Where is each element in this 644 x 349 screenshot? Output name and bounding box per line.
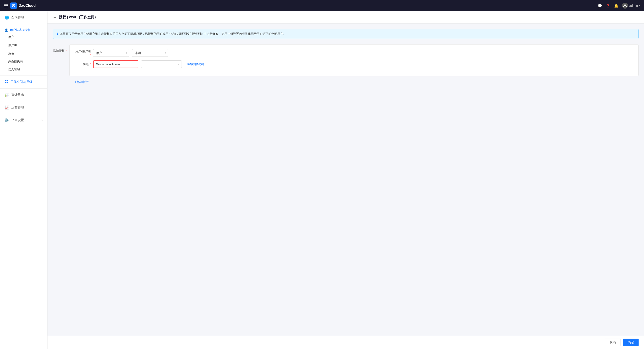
main-content: ← 授权 | ws01 (工作空间) ℹ 本界面仅用于给用户或用户组在未授权过的… xyxy=(48,11,644,349)
sidebar-divider-4 xyxy=(0,101,47,101)
user-access-icon: 👤 xyxy=(4,28,8,32)
sidebar-item-ops-management[interactable]: 📈 运营管理 xyxy=(0,103,47,112)
logo-icon xyxy=(10,2,17,9)
user-groups-label: 用户组 xyxy=(8,43,17,47)
sidebar-group-user-access[interactable]: 👤 用户与访问控制 ▾ xyxy=(0,26,47,33)
confirm-button[interactable]: 确定 xyxy=(623,339,638,346)
form-area: 添加授权 * 用户/用户组 * 用户 xyxy=(53,44,638,76)
ops-icon: 📈 xyxy=(4,105,9,110)
users-label: 用户 xyxy=(8,35,14,39)
identity-providers-label: 身份提供商 xyxy=(8,60,23,63)
hamburger-menu-button[interactable] xyxy=(4,4,8,7)
user-type-select-wrapper[interactable]: 用户 ▾ xyxy=(93,49,129,57)
sidebar-divider xyxy=(0,24,47,24)
info-banner: ℹ 本界面仅用于给用户或用户组在未授权过的工作空间下新增权限，已授权的用户或用户… xyxy=(53,29,638,39)
user-access-chevron: ▾ xyxy=(42,29,43,32)
sidebar-item-global-admin[interactable]: 🌐 全局管理 xyxy=(0,13,47,22)
sidebar-item-roles[interactable]: 角色 xyxy=(0,49,47,57)
sidebar-divider-3 xyxy=(0,88,47,89)
authorization-card: 用户/用户组 * 用户 ▾ xyxy=(70,44,638,76)
page-title: 授权 | ws01 (工作空间) xyxy=(59,15,96,20)
user-name: admin xyxy=(629,4,638,7)
user-menu[interactable]: admin ▾ xyxy=(622,3,640,8)
cancel-button[interactable]: 取消 xyxy=(605,339,620,346)
role-second-select[interactable] xyxy=(141,60,182,68)
user-name-select-wrapper[interactable]: 小明 ▾ xyxy=(132,49,168,57)
help-icon[interactable]: ❓ xyxy=(606,3,610,8)
svg-point-3 xyxy=(624,4,626,6)
sidebar: 🌐 全局管理 👤 用户与访问控制 ▾ 用户 用户组 角色 身份提供商 接入管理 xyxy=(0,11,48,349)
ops-management-label: 运营管理 xyxy=(11,106,24,110)
user-group-form-label: 用户/用户组 * xyxy=(75,49,93,57)
sidebar-label-global-admin: 全局管理 xyxy=(11,15,24,20)
user-group-row: 用户/用户组 * 用户 ▾ xyxy=(75,49,633,57)
svg-rect-5 xyxy=(6,80,8,81)
role-row: 角色 * Workspace Admin ▾ xyxy=(75,60,633,68)
platform-settings-chevron: ▾ xyxy=(42,119,43,122)
roles-label: 角色 xyxy=(8,51,14,55)
role-input-highlighted[interactable]: Workspace Admin xyxy=(93,60,138,68)
user-group-fields: 用户 ▾ 小明 ▾ xyxy=(93,49,168,57)
info-icon: ℹ xyxy=(57,32,58,36)
logo-text: DaoCloud xyxy=(18,3,36,8)
sidebar-item-workspace-hierarchy[interactable]: 工作空间与层级 xyxy=(0,77,47,87)
svg-point-2 xyxy=(13,5,14,6)
logo: DaoCloud xyxy=(10,2,36,9)
sidebar-item-platform-settings[interactable]: ⚙️ 平台设置 ▾ xyxy=(0,116,47,125)
page-footer: 取消 确定 xyxy=(48,336,644,349)
svg-rect-6 xyxy=(5,82,6,83)
add-auth-label-outer: 添加授权 * xyxy=(53,44,67,53)
svg-rect-4 xyxy=(5,80,6,81)
sidebar-item-user-groups[interactable]: 用户组 xyxy=(0,41,47,49)
role-fields: Workspace Admin ▾ 查看权限说明 xyxy=(93,60,204,68)
workspace-hierarchy-label: 工作空间与层级 xyxy=(10,80,32,84)
avatar xyxy=(622,3,628,8)
sidebar-divider-2 xyxy=(0,75,47,76)
sidebar-item-users[interactable]: 用户 xyxy=(0,33,47,41)
notification-icon[interactable]: 🔔 xyxy=(614,3,618,8)
role-value: Workspace Admin xyxy=(96,63,120,66)
svg-rect-7 xyxy=(6,82,8,83)
add-auth-btn-area: + 添加授权 xyxy=(74,79,638,84)
chat-icon[interactable]: 💬 xyxy=(598,3,602,8)
role-form-label: 角色 * xyxy=(75,62,93,66)
user-type-select[interactable]: 用户 xyxy=(93,49,129,57)
sidebar-divider-5 xyxy=(0,114,47,114)
audit-log-label: 审计日志 xyxy=(11,93,24,97)
add-auth-text: 添加授权 xyxy=(53,49,65,52)
role-second-select-wrapper[interactable]: ▾ xyxy=(141,60,182,68)
required-mark: * xyxy=(66,49,67,52)
workspace-icon xyxy=(4,80,8,84)
sidebar-label-user-access: 用户与访问控制 xyxy=(10,28,30,32)
page-header: ← 授权 | ws01 (工作空间) xyxy=(48,11,644,23)
add-auth-button[interactable]: + 添加授权 xyxy=(74,80,89,84)
top-navigation: DaoCloud 💬 ❓ 🔔 admin ▾ xyxy=(0,0,644,11)
view-permission-link[interactable]: 查看权限说明 xyxy=(186,62,204,66)
access-management-label: 接入管理 xyxy=(8,68,20,71)
content-area: ℹ 本界面仅用于给用户或用户组在未授权过的工作空间下新增权限，已授权的用户或用户… xyxy=(48,23,644,336)
global-admin-icon: 🌐 xyxy=(4,15,9,20)
user-name-select[interactable]: 小明 xyxy=(132,49,168,57)
audit-log-icon: 📊 xyxy=(4,93,9,97)
user-dropdown-icon: ▾ xyxy=(639,4,640,7)
platform-settings-icon: ⚙️ xyxy=(4,118,9,122)
sidebar-item-audit-log[interactable]: 📊 审计日志 xyxy=(0,90,47,99)
sidebar-item-identity-providers[interactable]: 身份提供商 xyxy=(0,57,47,65)
info-banner-text: 本界面仅用于给用户或用户组在未授权过的工作空间下新增权限，已授权的用户或用户组的… xyxy=(60,32,286,36)
sidebar-item-access-management[interactable]: 接入管理 xyxy=(0,65,47,74)
back-button[interactable]: ← xyxy=(53,15,56,19)
platform-settings-label: 平台设置 xyxy=(11,118,24,122)
